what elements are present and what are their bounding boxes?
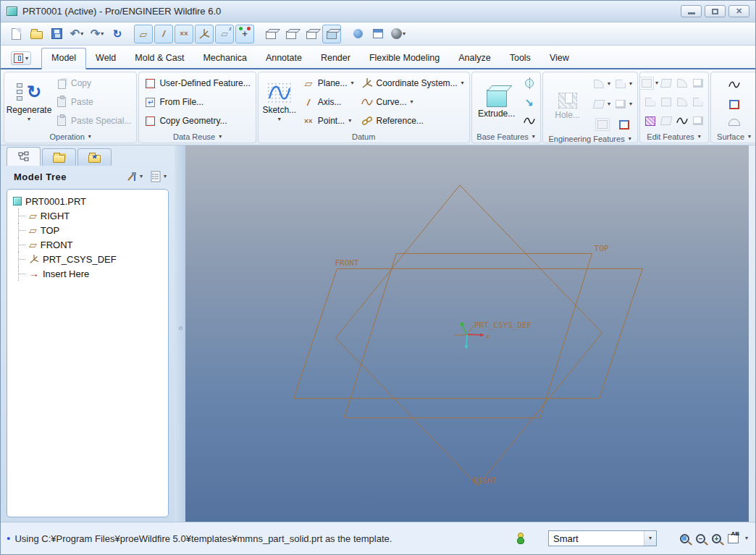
orientation-button[interactable]	[348, 25, 367, 43]
tree-show-button[interactable]: ▾	[148, 169, 169, 184]
group-label-edit-features[interactable]: Edit Features▾	[642, 130, 706, 143]
save-button[interactable]	[47, 25, 66, 43]
selection-filter-combo[interactable]: Smart ▾	[548, 530, 657, 546]
shell-button[interactable]: ▾	[613, 99, 635, 109]
open-button[interactable]	[27, 25, 46, 43]
shaded-button[interactable]	[322, 25, 341, 43]
project-button[interactable]	[642, 116, 658, 127]
group-label-surface[interactable]: Surface▾	[713, 130, 755, 143]
panel-splitter[interactable]	[175, 145, 185, 522]
selection-filter-dropdown[interactable]: ▾	[644, 531, 656, 546]
plane-display-toggle[interactable]: ▱	[134, 25, 153, 43]
dropdown-arrow-icon[interactable]: ▾	[28, 116, 30, 122]
tab-mold-cast[interactable]: Mold & Cast	[125, 48, 193, 68]
app-menu-button[interactable]: ▾	[11, 51, 31, 65]
regenerate-quick-button[interactable]: ↻	[108, 25, 127, 43]
rib-button[interactable]	[595, 119, 610, 130]
regenerate-button[interactable]: ↻ Regenerate ▾	[7, 74, 51, 130]
dropdown-arrow-icon[interactable]: ▾	[278, 116, 281, 122]
datum-curve-button[interactable]: Curve...▾	[358, 96, 467, 109]
group-label-datum[interactable]: Datum	[261, 130, 467, 143]
coordinate-system-button[interactable]: Coordinate System...▾	[358, 77, 467, 90]
nav-tab-model-tree[interactable]	[7, 147, 41, 166]
right-plane-label[interactable]: RIGHT	[473, 476, 497, 486]
datum-reference-button[interactable]: Reference...	[358, 114, 467, 127]
copy-button[interactable]: Copy	[53, 77, 134, 90]
nav-tab-folder-browser[interactable]	[42, 148, 76, 166]
tab-annotate[interactable]: Annotate	[256, 48, 311, 68]
tree-item-csys[interactable]: PRT_CSYS_DEF	[10, 252, 165, 266]
merge-button[interactable]	[674, 78, 690, 88]
dropdown-arrow-icon[interactable]: ▾	[350, 80, 353, 86]
group-label-base-features[interactable]: Base Features▾	[474, 130, 538, 143]
view-manager-button[interactable]	[369, 25, 387, 43]
flag-note-button[interactable]: AB	[728, 534, 739, 543]
top-plane-label[interactable]: TOP	[595, 244, 609, 253]
dropdown-arrow-icon[interactable]: ▾	[411, 99, 413, 105]
group-label-operation[interactable]: Operation▾	[7, 130, 134, 143]
user-defined-feature-button[interactable]: User-Defined Feature...	[141, 77, 253, 90]
sweep-button[interactable]: ↘	[521, 96, 538, 109]
scale-button[interactable]	[658, 78, 674, 88]
join-button[interactable]	[658, 116, 674, 126]
nav-tab-favorites[interactable]: *	[77, 148, 112, 166]
tab-analyze[interactable]: Analyze	[449, 48, 500, 68]
tree-item-top-plane[interactable]: ▱ TOP	[10, 223, 165, 237]
intersect-button[interactable]	[674, 97, 690, 107]
datum-plane-top[interactable]	[344, 253, 592, 418]
copy-geometry-button[interactable]: Copy Geometry...	[141, 114, 253, 127]
zoom-out-button[interactable]: −	[696, 534, 705, 543]
model-tree[interactable]: PRT0001.PRT ▱ RIGHT ▱ TOP ▱ FRONT	[7, 189, 169, 517]
point-display-toggle[interactable]: ××	[175, 25, 193, 43]
regen-status-icon[interactable]	[516, 533, 524, 544]
tab-flexible-modeling[interactable]: Flexible Modeling	[360, 48, 449, 68]
csys-label[interactable]: PRT_CSYS_DEF	[474, 321, 532, 330]
datum-plane-button[interactable]: ▱Plane...▾	[300, 77, 357, 90]
extrude-button[interactable]: Extrude...	[474, 74, 519, 130]
tree-settings-button[interactable]: ▾	[124, 169, 145, 184]
tree-item-front-plane[interactable]: ▱ FRONT	[10, 237, 165, 252]
new-file-button[interactable]	[7, 25, 25, 43]
title-bar[interactable]: PRT0001 (Active) - Pro/ENGINEER Wildfire…	[1, 1, 755, 22]
refit-button[interactable]	[680, 534, 689, 543]
thicken-button[interactable]	[690, 116, 706, 126]
revolve-button[interactable]	[521, 77, 538, 90]
wrap-button[interactable]	[673, 114, 691, 127]
graphics-viewport[interactable]: TOP FRONT RIGHT x PRT_CSYS_DEF	[185, 145, 749, 522]
pipe-button[interactable]	[616, 119, 632, 130]
paste-button[interactable]: Paste	[53, 96, 134, 109]
tree-item-part[interactable]: PRT0001.PRT	[10, 194, 165, 208]
group-label-data-reuse[interactable]: Data Reuse▾	[141, 130, 253, 143]
undo-button[interactable]: ↶▾	[67, 25, 86, 43]
front-plane-label[interactable]: FRONT	[335, 258, 358, 268]
viewport-canvas[interactable]: TOP FRONT RIGHT x PRT_CSYS_DEF	[185, 145, 749, 522]
chamfer-button[interactable]: ▾	[613, 79, 635, 89]
csys-display-toggle[interactable]	[195, 25, 214, 43]
dropdown-arrow-icon[interactable]: ▾	[745, 535, 748, 541]
datum-axis-button[interactable]: /Axis...	[300, 96, 357, 109]
dropdown-arrow-icon[interactable]: ▾	[101, 31, 104, 37]
group-label-engineering-features[interactable]: Engineering Features▾	[545, 135, 635, 143]
annotation-display-toggle[interactable]: ▱z	[215, 25, 234, 43]
dropdown-arrow-icon[interactable]: ▾	[403, 31, 406, 37]
tab-weld[interactable]: Weld	[86, 48, 125, 68]
tab-render[interactable]: Render	[311, 48, 360, 68]
dropdown-arrow-icon[interactable]: ▾	[80, 31, 83, 37]
no-hidden-button[interactable]	[302, 25, 321, 43]
tree-item-insert-here[interactable]: → Insert Here	[10, 266, 165, 281]
round-button[interactable]: ▾	[591, 79, 613, 89]
sketch-button[interactable]: Sketch... ▾	[261, 74, 298, 130]
from-file-button[interactable]: From File...	[141, 96, 253, 109]
tree-item-right-plane[interactable]: ▱ RIGHT	[10, 208, 165, 223]
datum-plane-front[interactable]	[294, 268, 643, 398]
hole-button[interactable]: Hole...	[545, 74, 590, 135]
restore-button[interactable]	[705, 5, 726, 17]
appearance-gallery-button[interactable]: ▾	[389, 25, 408, 43]
trim-button[interactable]	[690, 97, 706, 107]
tab-mechanica[interactable]: Mechanica	[193, 48, 256, 68]
dropdown-arrow-icon[interactable]: ▾	[348, 118, 351, 124]
offset-button[interactable]	[658, 97, 674, 107]
style-button[interactable]	[726, 118, 743, 127]
swept-blend-button[interactable]	[521, 114, 538, 127]
boundary-blend-button[interactable]	[726, 78, 743, 91]
